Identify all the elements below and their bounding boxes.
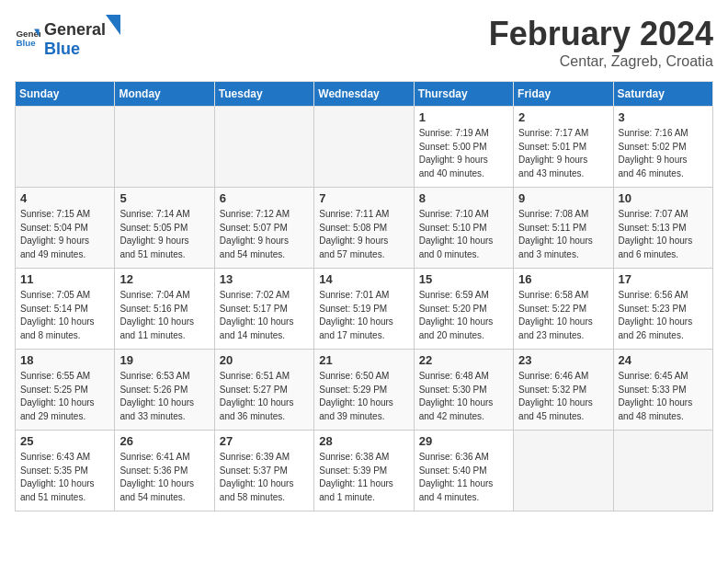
day-number: 16 xyxy=(518,272,608,286)
day-number: 27 xyxy=(220,434,309,448)
day-info: Sunrise: 6:41 AM Sunset: 5:36 PM Dayligh… xyxy=(119,451,209,504)
calendar-week-row: 18Sunrise: 6:55 AM Sunset: 5:25 PM Dayli… xyxy=(16,350,713,431)
day-number: 8 xyxy=(419,191,508,205)
calendar-cell: 14Sunrise: 7:01 AM Sunset: 5:19 PM Dayli… xyxy=(314,269,414,350)
weekday-header-row: SundayMondayTuesdayWednesdayThursdayFrid… xyxy=(16,82,713,107)
day-number: 29 xyxy=(419,434,508,448)
day-info: Sunrise: 7:07 AM Sunset: 5:13 PM Dayligh… xyxy=(619,208,708,261)
calendar-cell: 29Sunrise: 6:36 AM Sunset: 5:40 PM Dayli… xyxy=(414,431,513,511)
day-number: 9 xyxy=(518,191,608,205)
calendar-cell: 17Sunrise: 6:56 AM Sunset: 5:23 PM Dayli… xyxy=(613,269,712,350)
calendar-cell: 6Sunrise: 7:12 AM Sunset: 5:07 PM Daylig… xyxy=(214,188,313,269)
calendar-cell: 3Sunrise: 7:16 AM Sunset: 5:02 PM Daylig… xyxy=(613,107,712,188)
weekday-header-tuesday: Tuesday xyxy=(214,82,313,107)
calendar-cell: 10Sunrise: 7:07 AM Sunset: 5:13 PM Dayli… xyxy=(613,188,712,269)
day-info: Sunrise: 6:43 AM Sunset: 5:35 PM Dayligh… xyxy=(20,451,109,504)
logo-icon: General Blue xyxy=(15,24,40,50)
day-info: Sunrise: 7:02 AM Sunset: 5:17 PM Dayligh… xyxy=(220,289,309,342)
day-info: Sunrise: 6:51 AM Sunset: 5:27 PM Dayligh… xyxy=(220,370,309,423)
weekday-header-friday: Friday xyxy=(514,82,613,107)
calendar-cell xyxy=(514,431,613,511)
day-number: 2 xyxy=(518,110,608,124)
day-number: 5 xyxy=(119,191,209,205)
day-info: Sunrise: 6:59 AM Sunset: 5:20 PM Dayligh… xyxy=(419,289,508,342)
calendar-cell xyxy=(613,431,712,511)
day-info: Sunrise: 6:39 AM Sunset: 5:37 PM Dayligh… xyxy=(220,451,309,504)
weekday-header-thursday: Thursday xyxy=(414,82,513,107)
calendar-week-row: 1Sunrise: 7:19 AM Sunset: 5:00 PM Daylig… xyxy=(16,107,713,188)
calendar-cell: 19Sunrise: 6:53 AM Sunset: 5:26 PM Dayli… xyxy=(115,350,214,431)
calendar-cell: 21Sunrise: 6:50 AM Sunset: 5:29 PM Dayli… xyxy=(314,350,414,431)
day-info: Sunrise: 7:14 AM Sunset: 5:05 PM Dayligh… xyxy=(119,208,209,261)
calendar-cell: 20Sunrise: 6:51 AM Sunset: 5:27 PM Dayli… xyxy=(214,350,313,431)
day-number: 28 xyxy=(319,434,408,448)
day-info: Sunrise: 7:17 AM Sunset: 5:01 PM Dayligh… xyxy=(518,127,608,180)
calendar-cell: 25Sunrise: 6:43 AM Sunset: 5:35 PM Dayli… xyxy=(16,431,115,511)
location-label: Centar, Zagreb, Croatia xyxy=(489,53,713,70)
day-number: 23 xyxy=(518,353,608,367)
day-number: 7 xyxy=(319,191,408,205)
weekday-header-sunday: Sunday xyxy=(16,82,115,107)
logo: General Blue General Blue xyxy=(15,15,120,59)
day-number: 13 xyxy=(220,272,309,286)
calendar-cell: 4Sunrise: 7:15 AM Sunset: 5:04 PM Daylig… xyxy=(16,188,115,269)
page-header: General Blue General Blue February 2024 … xyxy=(15,15,713,70)
day-info: Sunrise: 7:01 AM Sunset: 5:19 PM Dayligh… xyxy=(319,289,408,342)
day-number: 14 xyxy=(319,272,408,286)
svg-marker-3 xyxy=(106,15,120,35)
calendar-cell: 22Sunrise: 6:48 AM Sunset: 5:30 PM Dayli… xyxy=(414,350,513,431)
calendar-cell: 27Sunrise: 6:39 AM Sunset: 5:37 PM Dayli… xyxy=(214,431,313,511)
day-number: 17 xyxy=(619,272,708,286)
calendar-cell: 26Sunrise: 6:41 AM Sunset: 5:36 PM Dayli… xyxy=(115,431,214,511)
day-info: Sunrise: 7:19 AM Sunset: 5:00 PM Dayligh… xyxy=(419,127,508,180)
calendar-week-row: 11Sunrise: 7:05 AM Sunset: 5:14 PM Dayli… xyxy=(16,269,713,350)
day-number: 20 xyxy=(220,353,309,367)
day-info: Sunrise: 6:38 AM Sunset: 5:39 PM Dayligh… xyxy=(319,451,408,504)
day-info: Sunrise: 6:50 AM Sunset: 5:29 PM Dayligh… xyxy=(319,370,408,423)
calendar-table: SundayMondayTuesdayWednesdayThursdayFrid… xyxy=(15,81,713,511)
calendar-cell xyxy=(115,107,214,188)
calendar-cell: 23Sunrise: 6:46 AM Sunset: 5:32 PM Dayli… xyxy=(514,350,613,431)
calendar-cell xyxy=(16,107,115,188)
calendar-cell: 11Sunrise: 7:05 AM Sunset: 5:14 PM Dayli… xyxy=(16,269,115,350)
weekday-header-wednesday: Wednesday xyxy=(314,82,414,107)
calendar-cell: 7Sunrise: 7:11 AM Sunset: 5:08 PM Daylig… xyxy=(314,188,414,269)
calendar-cell xyxy=(214,107,313,188)
day-info: Sunrise: 6:56 AM Sunset: 5:23 PM Dayligh… xyxy=(619,289,708,342)
day-number: 24 xyxy=(619,353,708,367)
day-info: Sunrise: 7:10 AM Sunset: 5:10 PM Dayligh… xyxy=(419,208,508,261)
calendar-cell: 9Sunrise: 7:08 AM Sunset: 5:11 PM Daylig… xyxy=(514,188,613,269)
day-info: Sunrise: 6:48 AM Sunset: 5:30 PM Dayligh… xyxy=(419,370,508,423)
day-info: Sunrise: 6:46 AM Sunset: 5:32 PM Dayligh… xyxy=(518,370,608,423)
day-number: 11 xyxy=(20,272,109,286)
day-info: Sunrise: 7:08 AM Sunset: 5:11 PM Dayligh… xyxy=(518,208,608,261)
calendar-cell: 28Sunrise: 6:38 AM Sunset: 5:39 PM Dayli… xyxy=(314,431,414,511)
day-info: Sunrise: 6:53 AM Sunset: 5:26 PM Dayligh… xyxy=(119,370,209,423)
day-info: Sunrise: 7:12 AM Sunset: 5:07 PM Dayligh… xyxy=(220,208,309,261)
day-info: Sunrise: 6:36 AM Sunset: 5:40 PM Dayligh… xyxy=(419,451,508,504)
calendar-cell: 12Sunrise: 7:04 AM Sunset: 5:16 PM Dayli… xyxy=(115,269,214,350)
month-title: February 2024 xyxy=(489,15,713,53)
day-number: 4 xyxy=(20,191,109,205)
calendar-cell: 15Sunrise: 6:59 AM Sunset: 5:20 PM Dayli… xyxy=(414,269,513,350)
day-info: Sunrise: 7:15 AM Sunset: 5:04 PM Dayligh… xyxy=(20,208,109,261)
day-number: 21 xyxy=(319,353,408,367)
day-number: 18 xyxy=(20,353,109,367)
day-info: Sunrise: 7:04 AM Sunset: 5:16 PM Dayligh… xyxy=(119,289,209,342)
day-info: Sunrise: 7:16 AM Sunset: 5:02 PM Dayligh… xyxy=(619,127,708,180)
logo-triangle-icon xyxy=(106,15,120,35)
day-number: 10 xyxy=(619,191,708,205)
calendar-cell: 18Sunrise: 6:55 AM Sunset: 5:25 PM Dayli… xyxy=(16,350,115,431)
day-number: 22 xyxy=(419,353,508,367)
calendar-cell: 2Sunrise: 7:17 AM Sunset: 5:01 PM Daylig… xyxy=(514,107,613,188)
day-number: 1 xyxy=(419,110,508,124)
svg-text:Blue: Blue xyxy=(16,38,36,48)
weekday-header-saturday: Saturday xyxy=(613,82,712,107)
calendar-cell: 24Sunrise: 6:45 AM Sunset: 5:33 PM Dayli… xyxy=(613,350,712,431)
day-info: Sunrise: 6:45 AM Sunset: 5:33 PM Dayligh… xyxy=(619,370,708,423)
day-number: 15 xyxy=(419,272,508,286)
day-number: 3 xyxy=(619,110,708,124)
day-info: Sunrise: 7:05 AM Sunset: 5:14 PM Dayligh… xyxy=(20,289,109,342)
day-number: 19 xyxy=(119,353,209,367)
day-number: 25 xyxy=(20,434,109,448)
